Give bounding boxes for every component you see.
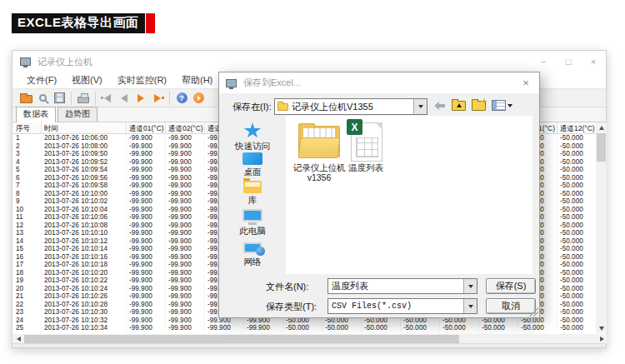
file-type-combobox[interactable]: CSV Files(*.csv) xyxy=(328,298,478,314)
sidebar-item-label: 库 xyxy=(219,195,286,207)
new-folder-icon[interactable] xyxy=(472,101,486,111)
cell: 2 xyxy=(13,142,42,151)
sidebar-item-quick-access[interactable]: 快速访问 xyxy=(219,122,286,152)
main-titlebar: 记录仪上位机 − □ × xyxy=(12,51,606,72)
table-row[interactable]: 252013-07-26 10:10:34-99.900-99.900-99.9… xyxy=(13,324,596,332)
file-list: 记录仪上位机 v1356 X 温度列表 xyxy=(286,116,532,274)
cell: 15 xyxy=(13,245,42,253)
file-name-row: 文件名(N): 温度列表 保存(S) xyxy=(219,278,539,295)
up-one-level-icon[interactable] xyxy=(452,101,466,111)
cell: -99.900 xyxy=(127,197,166,206)
back-icon[interactable] xyxy=(434,102,446,110)
cell: -50.000 xyxy=(558,269,596,277)
cell: -99.900 xyxy=(127,261,166,269)
open-folder-icon[interactable] xyxy=(18,91,34,106)
first-record-icon[interactable] xyxy=(99,91,116,106)
cell: -99.900 xyxy=(166,174,205,182)
cell: 7 xyxy=(13,182,42,190)
spreadsheet-grid-icon xyxy=(356,137,378,157)
cell: -50.000 xyxy=(558,213,596,222)
dialog-titlebar: 保存到Excel... × xyxy=(219,72,539,93)
column-header[interactable]: 通道01(°C) xyxy=(127,122,166,133)
cell: 2013-07-26 10:10:16 xyxy=(42,253,127,262)
save-in-combobox[interactable]: 记录仪上位机V1355 xyxy=(274,98,428,115)
vertical-scrollbar[interactable] xyxy=(596,122,607,333)
chevron-down-icon[interactable] xyxy=(463,279,477,293)
tab-trend-chart[interactable]: 趋势图 xyxy=(58,107,98,122)
cell: -50.000 xyxy=(558,308,596,317)
search-icon[interactable] xyxy=(34,91,51,106)
cell: 2013-07-26 10:10:06 xyxy=(42,213,127,222)
cell: -99.900 xyxy=(166,229,205,237)
run-icon[interactable] xyxy=(190,91,207,106)
resize-grip[interactable] xyxy=(528,306,538,317)
cell: 2013-07-26 10:10:00 xyxy=(42,190,127,198)
cell: -99.900 xyxy=(166,317,205,325)
cell: -50.000 xyxy=(558,150,596,158)
save-icon[interactable] xyxy=(51,91,68,106)
view-menu-button[interactable] xyxy=(492,100,512,111)
column-header[interactable]: 通道12(°C) xyxy=(558,122,596,133)
menu-help[interactable]: 帮助(H) xyxy=(174,74,220,87)
cell: 14 xyxy=(13,237,42,246)
view-grid-icon xyxy=(492,100,506,111)
last-record-icon[interactable] xyxy=(149,91,166,106)
column-header[interactable]: 时间 xyxy=(42,122,127,133)
scroll-down-icon[interactable] xyxy=(596,323,607,333)
sidebar-item-libraries[interactable]: 库 xyxy=(219,181,286,207)
cell: -99.900 xyxy=(127,213,166,222)
save-in-row: 保存在(I): 记录仪上位机V1355 xyxy=(219,98,539,116)
cell: -50.000 xyxy=(479,324,518,332)
minimize-button[interactable]: − xyxy=(531,52,556,72)
file-item-folder[interactable]: 记录仪上位机 v1356 xyxy=(292,121,346,182)
chevron-down-icon[interactable] xyxy=(463,299,477,313)
cell: 2013-07-26 10:09:50 xyxy=(42,150,127,158)
close-button[interactable]: × xyxy=(581,52,606,72)
cell: 2013-07-26 10:10:20 xyxy=(42,269,127,277)
column-header[interactable]: 序号 xyxy=(13,122,42,133)
cell: -99.900 xyxy=(166,197,205,206)
help-icon[interactable] xyxy=(173,91,190,106)
dialog-title: 保存到Excel... xyxy=(243,77,301,89)
cell: 2013-07-26 10:09:52 xyxy=(42,158,127,167)
tab-data-table[interactable]: 数据表 xyxy=(16,107,56,122)
menu-realtime-monitor[interactable]: 实时监控(R) xyxy=(110,74,174,87)
sidebar-item-this-pc[interactable]: 此电脑 xyxy=(219,209,286,237)
menu-file[interactable]: 文件(F) xyxy=(19,74,64,87)
save-in-value: 记录仪上位机V1355 xyxy=(292,101,413,113)
sidebar-item-label: 快速访问 xyxy=(219,141,286,152)
excel-x-badge: X xyxy=(347,119,362,135)
cell: -99.900 xyxy=(127,229,166,237)
cell: 12 xyxy=(13,222,42,230)
cell: 2013-07-26 10:10:02 xyxy=(42,197,127,206)
cell: -50.000 xyxy=(558,261,596,269)
file-name-combobox[interactable]: 温度列表 xyxy=(328,278,478,294)
save-button[interactable]: 保存(S) xyxy=(486,278,536,294)
previous-record-icon[interactable] xyxy=(116,91,132,106)
chevron-down-icon[interactable] xyxy=(413,99,427,114)
save-in-label: 保存在(I): xyxy=(232,101,271,113)
sidebar-item-desktop[interactable]: 桌面 xyxy=(219,152,286,178)
cell: -99.900 xyxy=(166,237,205,246)
cell: 2013-07-26 10:10:28 xyxy=(42,301,127,309)
excel-file-icon: X xyxy=(339,121,392,162)
cell: -99.900 xyxy=(166,166,205,174)
cell: -99.900 xyxy=(166,134,205,142)
column-header[interactable]: 通道02(°C) xyxy=(166,122,205,133)
cell: 9 xyxy=(13,197,42,206)
horizontal-scroll-thumb[interactable] xyxy=(24,335,459,343)
cell: -99.900 xyxy=(127,222,166,230)
scroll-up-icon[interactable] xyxy=(596,122,607,132)
print-icon[interactable] xyxy=(75,91,92,106)
file-item-excel[interactable]: X 温度列表 xyxy=(339,121,392,172)
next-record-icon[interactable] xyxy=(132,91,149,106)
menu-view[interactable]: 视图(V) xyxy=(64,74,110,87)
cell: -99.900 xyxy=(127,277,166,285)
vertical-scroll-thumb[interactable] xyxy=(597,133,606,162)
dialog-close-icon[interactable]: × xyxy=(512,73,539,93)
maximize-button[interactable]: □ xyxy=(556,52,581,72)
cell: 2013-07-26 10:08:00 xyxy=(42,142,127,151)
cell: 1 xyxy=(13,134,42,142)
cell: -99.900 xyxy=(166,253,205,262)
sidebar-item-network[interactable]: 网络 xyxy=(219,242,286,268)
